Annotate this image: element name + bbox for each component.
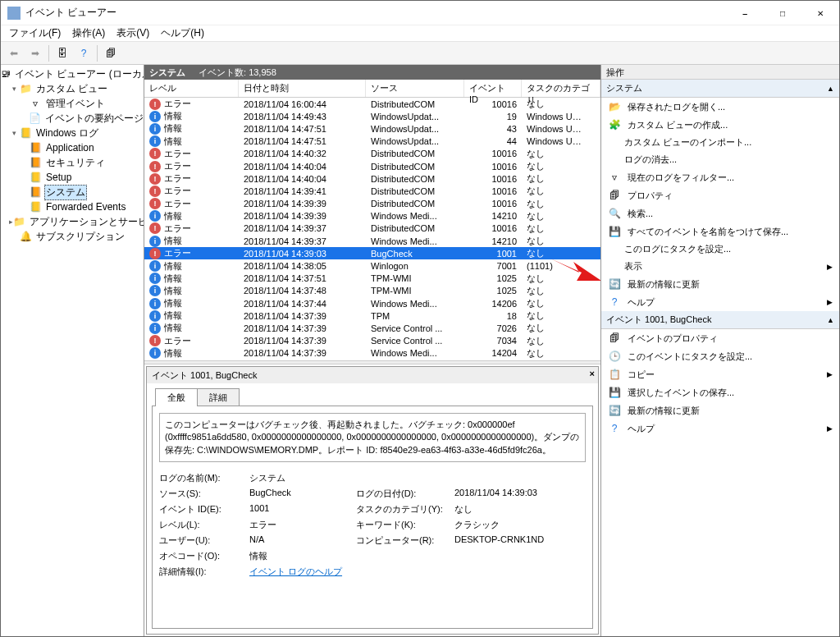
cell-source: BugCheck <box>366 249 464 259</box>
expand-icon[interactable]: ▾ <box>9 129 19 137</box>
col-category[interactable]: タスクのカテゴリ <box>522 80 600 97</box>
table-row[interactable]: i情報2018/11/04 14:37:48TPM-WMI1025なし <box>144 285 600 297</box>
menu-view[interactable]: 表示(V) <box>112 25 154 42</box>
table-row[interactable]: !エラー2018/11/04 14:39:41DistributedCOM100… <box>144 185 600 197</box>
action-event-properties[interactable]: 🗐イベントのプロパティ <box>601 329 839 347</box>
table-row[interactable]: !エラー2018/11/04 14:39:03BugCheck1001なし <box>144 247 600 259</box>
copy-icon: 📋 <box>608 368 621 381</box>
action-section-event[interactable]: イベント 1001, BugCheck▲ <box>601 311 839 329</box>
cell-source: TPM-WMI <box>366 273 464 283</box>
menu-help[interactable]: ヘルプ(H) <box>156 25 209 42</box>
close-button[interactable]: ✕ <box>801 1 839 25</box>
cell-id: 10016 <box>464 174 522 184</box>
action-find[interactable]: 🔍検索... <box>601 204 839 222</box>
tab-general[interactable]: 全般 <box>155 388 198 406</box>
table-row[interactable]: !エラー2018/11/04 14:40:32DistributedCOM100… <box>144 148 600 160</box>
cell-category: なし <box>522 273 587 285</box>
tree-setup[interactable]: Setup <box>44 172 73 183</box>
titlebar: イベント ビューアー ‒ □ ✕ <box>1 1 839 25</box>
cell-id: 14204 <box>464 348 522 358</box>
help-button[interactable]: ? <box>74 44 94 63</box>
back-button: ⬅ <box>4 44 24 63</box>
table-row[interactable]: !エラー2018/11/04 14:40:04DistributedCOM100… <box>144 160 600 172</box>
table-row[interactable]: i情報2018/11/04 14:47:51WindowsUpdat...44W… <box>144 135 600 148</box>
properties-button[interactable]: 🗐 <box>101 44 121 63</box>
action-clear-log[interactable]: ログの消去... <box>601 151 839 168</box>
tree-system[interactable]: システム <box>44 185 87 200</box>
cell-date: 2018/11/04 14:37:48 <box>239 286 366 296</box>
table-row[interactable]: i情報2018/11/04 14:37:39Windows Medi...142… <box>144 347 600 360</box>
menu-action[interactable]: 操作(A) <box>67 25 110 42</box>
event-count-label: イベント数: <box>199 66 246 79</box>
table-row[interactable]: i情報2018/11/04 14:37:39Service Control ..… <box>144 322 600 334</box>
horizontal-splitter[interactable] <box>144 360 600 364</box>
current-log-name: システム <box>149 66 185 79</box>
cell-source: Windows Medi... <box>366 236 464 246</box>
table-row[interactable]: !エラー2018/11/04 14:39:39DistributedCOM100… <box>144 198 600 210</box>
col-id[interactable]: イベント ID <box>464 80 522 97</box>
action-help-event[interactable]: ?ヘルプ▶ <box>601 419 839 438</box>
tree-app-svc[interactable]: アプリケーションとサービス ログ <box>28 215 144 229</box>
col-level[interactable]: レベル <box>144 80 239 97</box>
table-row[interactable]: i情報2018/11/04 14:49:43WindowsUpdat...19W… <box>144 110 600 122</box>
action-properties[interactable]: 🗐プロパティ <box>601 186 839 204</box>
action-open-saved-log[interactable]: 📂保存されたログを開く... <box>601 98 839 116</box>
event-rows[interactable]: !エラー2018/11/04 16:00:44DistributedCOM100… <box>144 98 600 360</box>
maximize-button[interactable]: □ <box>764 1 801 25</box>
table-row[interactable]: i情報2018/11/04 14:39:37Windows Medi...142… <box>144 235 600 247</box>
table-row[interactable]: !エラー2018/11/04 14:39:37DistributedCOM100… <box>144 222 600 235</box>
table-row[interactable]: i情報2018/11/04 14:38:05Winlogon7001(1101) <box>144 259 600 272</box>
label-logname: ログの名前(M): <box>159 472 249 484</box>
cell-id: 10016 <box>464 186 522 196</box>
tree-pane[interactable]: 🖳イベント ビューアー (ローカル) ▾📁カスタム ビュー ▿管理イベント 📄イ… <box>1 65 144 636</box>
col-source[interactable]: ソース <box>366 80 464 97</box>
action-help[interactable]: ?ヘルプ▶ <box>601 293 839 311</box>
info-icon: i <box>149 260 161 272</box>
table-row[interactable]: !エラー2018/11/04 14:37:39Service Control .… <box>144 335 600 347</box>
cell-level: 情報 <box>164 110 182 122</box>
minimize-button[interactable]: ‒ <box>726 1 764 25</box>
table-row[interactable]: i情報2018/11/04 14:37:51TPM-WMI1025なし <box>144 273 600 285</box>
tree-root[interactable]: イベント ビューアー (ローカル) <box>13 67 144 81</box>
table-row[interactable]: !エラー2018/11/04 16:00:44DistributedCOM100… <box>144 98 600 110</box>
action-section-system[interactable]: システム▲ <box>601 80 839 98</box>
action-attach-task-log[interactable]: このログにタスクを設定... <box>601 241 839 258</box>
table-row[interactable]: !エラー2018/11/04 14:40:04DistributedCOM100… <box>144 172 600 185</box>
table-row[interactable]: i情報2018/11/04 14:39:39Windows Medi...142… <box>144 210 600 222</box>
action-create-custom-view[interactable]: 🧩カスタム ビューの作成... <box>601 116 839 134</box>
table-row[interactable]: i情報2018/11/04 14:37:44Windows Medi...142… <box>144 297 600 309</box>
action-refresh-event[interactable]: 🔄最新の情報に更新 <box>601 401 839 419</box>
detail-pane: イベント 1001, BugCheck × 全般 詳細 このコンピューターはバグ… <box>146 366 599 635</box>
cell-source: Windows Medi... <box>366 211 464 221</box>
action-import-custom-view[interactable]: カスタム ビューのインポート... <box>601 134 839 151</box>
tree-admin-events[interactable]: 管理イベント <box>44 97 107 111</box>
col-date[interactable]: 日付と時刻 <box>239 80 366 97</box>
table-row[interactable]: i情報2018/11/04 14:37:39TPM18なし <box>144 309 600 322</box>
action-save-all[interactable]: 💾すべてのイベントを名前をつけて保存... <box>601 222 839 241</box>
action-copy[interactable]: 📋コピー▶ <box>601 365 839 383</box>
cell-source: WindowsUpdat... <box>366 112 464 121</box>
cell-category: なし <box>522 347 587 360</box>
cell-level: 情報 <box>164 285 182 297</box>
menu-file[interactable]: ファイル(F) <box>4 25 66 42</box>
detail-close-button[interactable]: × <box>590 369 595 378</box>
action-save-selected[interactable]: 💾選択したイベントの保存... <box>601 383 839 401</box>
tree-forwarded[interactable]: Forwarded Events <box>44 201 127 213</box>
tree-summary[interactable]: イベントの要約ページ <box>43 112 144 126</box>
expand-icon[interactable]: ▾ <box>9 85 19 93</box>
tree-security[interactable]: セキュリティ <box>44 156 107 170</box>
action-event-attach-task[interactable]: 🕒このイベントにタスクを設定... <box>601 347 839 365</box>
tree-application[interactable]: Application <box>44 142 96 154</box>
action-refresh[interactable]: 🔄最新の情報に更新 <box>601 275 839 293</box>
tree-custom-views[interactable]: カスタム ビュー <box>34 82 109 96</box>
show-hide-tree-button[interactable]: 🗄 <box>52 44 72 63</box>
table-row[interactable]: i情報2018/11/04 14:47:51WindowsUpdat...43W… <box>144 122 600 135</box>
help-icon: ? <box>608 296 621 309</box>
tab-details[interactable]: 詳細 <box>197 388 240 406</box>
tree-subscriptions[interactable]: サブスクリプション <box>34 230 126 244</box>
link-eventlog-help[interactable]: イベント ログのヘルプ <box>249 566 342 576</box>
action-filter-log[interactable]: ▿現在のログをフィルター... <box>601 168 839 186</box>
action-view[interactable]: 表示▶ <box>601 258 839 275</box>
tree-windows-logs[interactable]: Windows ログ <box>34 126 100 140</box>
cell-date: 2018/11/04 14:39:03 <box>239 249 366 259</box>
